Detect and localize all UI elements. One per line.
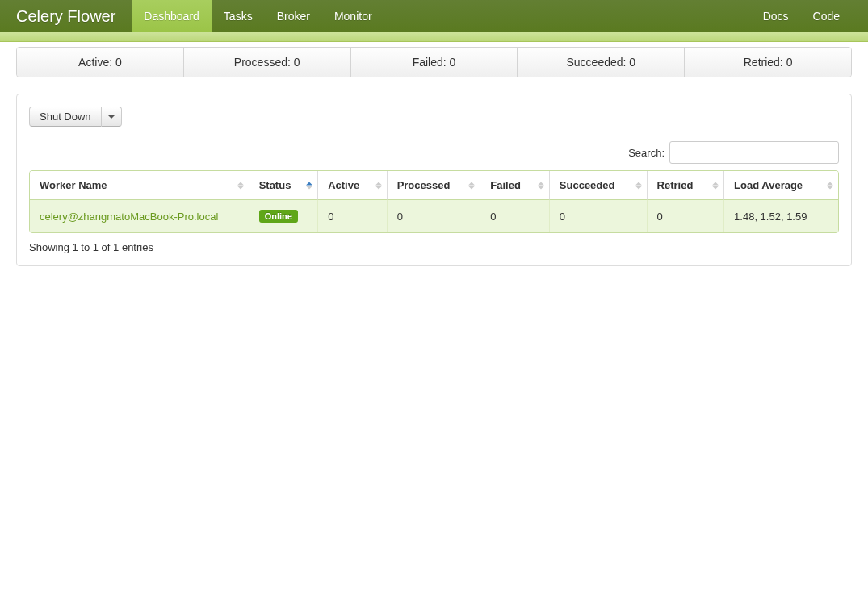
sort-icon bbox=[375, 182, 382, 189]
brand[interactable]: Celery Flower bbox=[16, 0, 132, 32]
stat-retried[interactable]: Retried: 0 bbox=[685, 48, 851, 77]
nav-item-dashboard[interactable]: Dashboard bbox=[132, 0, 212, 32]
th-processed-label: Processed bbox=[397, 179, 451, 191]
th-succeeded[interactable]: Succeeded bbox=[550, 171, 648, 200]
cell-active: 0 bbox=[318, 200, 388, 232]
table-info: Showing 1 to 1 of 1 entries bbox=[29, 241, 839, 253]
th-active[interactable]: Active bbox=[318, 171, 388, 200]
th-succeeded-label: Succeeded bbox=[560, 179, 615, 191]
cell-failed: 0 bbox=[480, 200, 550, 232]
sort-icon bbox=[827, 182, 833, 189]
nav-item-broker[interactable]: Broker bbox=[265, 0, 322, 32]
caret-down-icon bbox=[108, 115, 115, 119]
th-retried-label: Retried bbox=[657, 179, 694, 191]
th-worker-name[interactable]: Worker Name bbox=[30, 171, 249, 200]
stat-succeeded[interactable]: Succeeded: 0 bbox=[518, 48, 685, 77]
status-badge: Online bbox=[259, 210, 298, 223]
search-input[interactable] bbox=[669, 141, 839, 164]
shutdown-group: Shut Down bbox=[29, 107, 122, 127]
th-status-label: Status bbox=[259, 179, 291, 191]
nav-item-docs[interactable]: Docs bbox=[751, 0, 801, 32]
cell-load-average: 1.48, 1.52, 1.59 bbox=[724, 200, 838, 232]
th-load-average[interactable]: Load Average bbox=[724, 171, 838, 200]
sort-icon bbox=[712, 182, 719, 189]
workers-table: Worker Name Status Active Processed Fail… bbox=[29, 170, 839, 233]
sort-icon bbox=[538, 182, 544, 189]
stat-processed[interactable]: Processed: 0 bbox=[184, 48, 351, 77]
th-failed[interactable]: Failed bbox=[480, 171, 550, 200]
stat-failed[interactable]: Failed: 0 bbox=[351, 48, 518, 77]
th-worker-name-label: Worker Name bbox=[40, 179, 107, 191]
sort-icon bbox=[237, 182, 244, 189]
th-load-average-label: Load Average bbox=[734, 179, 803, 191]
table-header-row: Worker Name Status Active Processed Fail… bbox=[30, 171, 838, 200]
th-active-label: Active bbox=[328, 179, 359, 191]
cell-processed: 0 bbox=[388, 200, 481, 232]
nav-left: Dashboard Tasks Broker Monitor bbox=[132, 0, 384, 32]
nav-item-tasks[interactable]: Tasks bbox=[212, 0, 265, 32]
cell-worker-name: celery@zhangmatoMacBook-Pro.local bbox=[30, 200, 249, 232]
th-failed-label: Failed bbox=[490, 179, 521, 191]
workers-panel: Shut Down Search: Worker Name Status Act… bbox=[16, 94, 852, 266]
th-retried[interactable]: Retried bbox=[648, 171, 725, 200]
sort-icon bbox=[635, 182, 642, 189]
th-processed[interactable]: Processed bbox=[388, 171, 481, 200]
search-row: Search: bbox=[29, 141, 839, 164]
stat-active[interactable]: Active: 0 bbox=[17, 48, 184, 77]
nav-right: Docs Code bbox=[751, 0, 852, 32]
nav-item-monitor[interactable]: Monitor bbox=[322, 0, 384, 32]
subbar bbox=[0, 32, 868, 42]
cell-status: Online bbox=[249, 200, 319, 232]
sort-icon bbox=[468, 182, 475, 189]
nav-item-code[interactable]: Code bbox=[801, 0, 852, 32]
search-label: Search: bbox=[628, 147, 665, 159]
cell-succeeded: 0 bbox=[550, 200, 648, 232]
cell-retried: 0 bbox=[648, 200, 725, 232]
navbar: Celery Flower Dashboard Tasks Broker Mon… bbox=[0, 0, 868, 32]
stats-row: Active: 0 Processed: 0 Failed: 0 Succeed… bbox=[16, 47, 852, 77]
th-status[interactable]: Status bbox=[249, 171, 319, 200]
shutdown-dropdown-toggle[interactable] bbox=[102, 107, 122, 127]
worker-link[interactable]: celery@zhangmatoMacBook-Pro.local bbox=[40, 211, 218, 223]
table-row: celery@zhangmatoMacBook-Pro.local Online… bbox=[30, 200, 838, 232]
shutdown-button[interactable]: Shut Down bbox=[29, 107, 102, 127]
sort-icon bbox=[306, 182, 312, 189]
